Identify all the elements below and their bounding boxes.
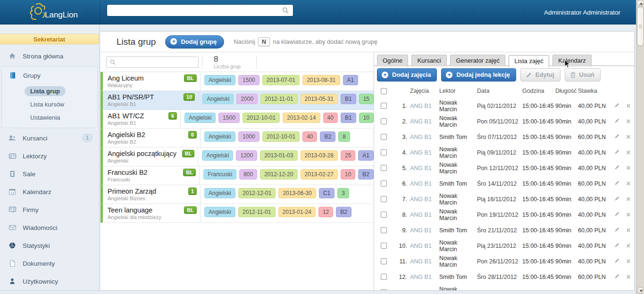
sidebar-item-lista-grup[interactable]: Lista grup [25, 84, 97, 98]
group-row[interactable]: Angielski B2Angielski B26Angielski100020… [100, 129, 374, 147]
sidebar-item-strona-glowna[interactable]: Strona główna [0, 47, 99, 65]
delete-row-icon[interactable]: × [623, 227, 634, 234]
groups-search-input[interactable] [118, 57, 198, 67]
sidebar-item-grupy[interactable]: Grupy [2, 66, 97, 84]
divider [256, 55, 257, 69]
delete-button[interactable]: Usuń [565, 68, 601, 82]
user-menu[interactable]: Administrator Administrator [544, 0, 620, 24]
delete-row-icon[interactable]: × [623, 103, 634, 109]
lesson-class-link[interactable]: ANG B1 [410, 180, 438, 187]
scroll-down-button[interactable] [637, 287, 644, 294]
row-checkbox[interactable] [381, 180, 387, 187]
lesson-class-link[interactable]: ANG B1 [410, 134, 438, 140]
group-row[interactable]: AB1 PN/SR/PTAngielski B110Angielski20002… [100, 91, 374, 110]
sidebar-item-ustawienia[interactable]: Ustawienia [0, 290, 99, 294]
edit-row-icon[interactable] [612, 118, 622, 125]
group-tag-count: 15 [359, 94, 374, 104]
edit-button[interactable]: Edytuj [520, 68, 560, 82]
lesson-class-link[interactable]: ANG B1 [410, 212, 438, 218]
sidebar-item-kursanci[interactable]: Kursanci 1 [0, 129, 99, 147]
delete-row-icon[interactable]: × [623, 149, 634, 156]
lesson-class-link[interactable]: ANG B1 [410, 118, 438, 125]
lesson-class-link[interactable]: ANG B1 [410, 149, 438, 156]
select-all-checkbox[interactable] [381, 88, 387, 94]
lesson-class-link[interactable]: ANG B1 [410, 243, 438, 249]
group-row[interactable]: Teen languageAngielski dla młodzieżyBLAn… [100, 204, 374, 223]
row-checkbox[interactable] [381, 289, 387, 291]
group-row[interactable]: AB1 WT/CZAngielski B16Angielski15002012-… [100, 110, 374, 129]
document-icon [8, 260, 17, 267]
sidebar-item-dokumenty[interactable]: Dokumenty [0, 254, 99, 272]
row-checkbox[interactable] [381, 149, 387, 155]
lesson-class-link[interactable]: ANG B1 [410, 289, 438, 291]
lesson-class-link[interactable]: ANG B1 [410, 274, 438, 280]
lesson-class-link[interactable]: ANG B1 [410, 227, 438, 234]
row-checkbox[interactable] [381, 258, 387, 264]
row-checkbox[interactable] [381, 134, 387, 140]
add-group-button[interactable]: + Dodaj grupę [165, 35, 224, 49]
row-checkbox[interactable] [381, 118, 387, 124]
edit-row-icon[interactable] [612, 258, 622, 265]
edit-row-icon[interactable] [612, 196, 622, 203]
group-row[interactable]: Francuski B2FrancuskiBLFrancuski8002012-… [100, 166, 374, 185]
edit-row-icon[interactable] [612, 273, 622, 280]
lesson-class-link[interactable]: ANG B1 [410, 165, 438, 172]
tab-ogolne[interactable]: Ogólne [377, 55, 408, 66]
row-checkbox[interactable] [381, 165, 387, 171]
group-row[interactable]: Angielski początkującyAngielskiBLAngiels… [100, 147, 374, 166]
sidebar-item-wiadomosci[interactable]: Wiadomości [0, 219, 99, 237]
delete-row-icon[interactable]: × [623, 258, 634, 265]
delete-row-icon[interactable]: × [623, 180, 634, 187]
sidebar-item-lista-kursow[interactable]: Lista kursów [25, 98, 97, 111]
tab-kalendarz[interactable]: Kalendarz [552, 55, 592, 66]
lesson-class-link[interactable]: ANG B1 [410, 258, 438, 265]
tab-generator-zajec[interactable]: Generator zajęć [450, 55, 505, 66]
scrollbar-thumb[interactable] [637, 7, 644, 46]
row-checkbox[interactable] [381, 243, 387, 249]
sidebar-item-sale[interactable]: Sale [0, 165, 99, 183]
delete-row-icon[interactable]: × [623, 134, 634, 140]
edit-row-icon[interactable] [612, 180, 622, 187]
delete-row-icon[interactable]: × [623, 243, 634, 249]
group-subtitle: Wakacyjny [108, 82, 200, 88]
sidebar-item-kalendarz[interactable]: 13 Kalendarz [0, 183, 99, 201]
edit-row-icon[interactable] [612, 211, 622, 218]
pencil-icon [614, 196, 620, 201]
sidebar-item-lektorzy[interactable]: Lektorzy [0, 147, 99, 165]
global-search-input[interactable] [107, 5, 282, 16]
add-single-lesson-button[interactable]: + Dodaj jedną lekcję [441, 68, 516, 82]
lesson-date: Śro 28/11/2012 [477, 274, 521, 280]
edit-row-icon[interactable] [612, 149, 622, 156]
row-checkbox[interactable] [381, 212, 387, 218]
delete-row-icon[interactable]: × [623, 165, 634, 172]
sidebar-item-uzytkownicy[interactable]: Użytkownicy [0, 272, 99, 290]
tab-kursanci[interactable]: Kursanci [411, 55, 447, 66]
group-row[interactable]: Primeon ZarządAngielski Biznes1Angielski… [100, 185, 374, 204]
tab-lista-zajec[interactable]: Lista zajęć [509, 55, 549, 67]
row-checkbox[interactable] [381, 274, 387, 280]
page-scrollbar[interactable] [636, 0, 644, 294]
sidebar-item-firmy[interactable]: Firmy [0, 201, 99, 219]
delete-row-icon[interactable]: × [623, 118, 634, 125]
delete-row-icon[interactable]: × [623, 196, 634, 203]
edit-row-icon[interactable] [612, 227, 622, 234]
sidebar-item-statystyki[interactable]: Statystyki [0, 237, 99, 254]
edit-row-icon[interactable] [612, 289, 622, 291]
edit-row-icon[interactable] [612, 164, 622, 172]
row-checkbox[interactable] [381, 227, 387, 233]
row-checkbox[interactable] [381, 196, 387, 202]
edit-row-icon[interactable] [612, 102, 622, 109]
lesson-class-link[interactable]: ANG B1 [410, 196, 438, 203]
group-row[interactable]: Ang LiceumWakacyjnyBLAngielski15002013-0… [100, 72, 374, 91]
row-checkbox[interactable] [381, 103, 387, 109]
delete-row-icon[interactable]: × [623, 289, 634, 291]
delete-row-icon[interactable]: × [623, 212, 634, 218]
lesson-class-link[interactable]: ANG B1 [410, 103, 438, 109]
edit-row-icon[interactable] [612, 133, 622, 140]
pencil-icon [614, 133, 620, 139]
edit-row-icon[interactable] [612, 242, 622, 249]
scroll-up-button[interactable] [637, 0, 644, 6]
delete-row-icon[interactable]: × [623, 274, 634, 280]
add-classes-button[interactable]: + Dodaj zajęcia [377, 68, 437, 82]
sidebar-item-grupy-ustawienia[interactable]: Ustawienia [25, 111, 97, 124]
